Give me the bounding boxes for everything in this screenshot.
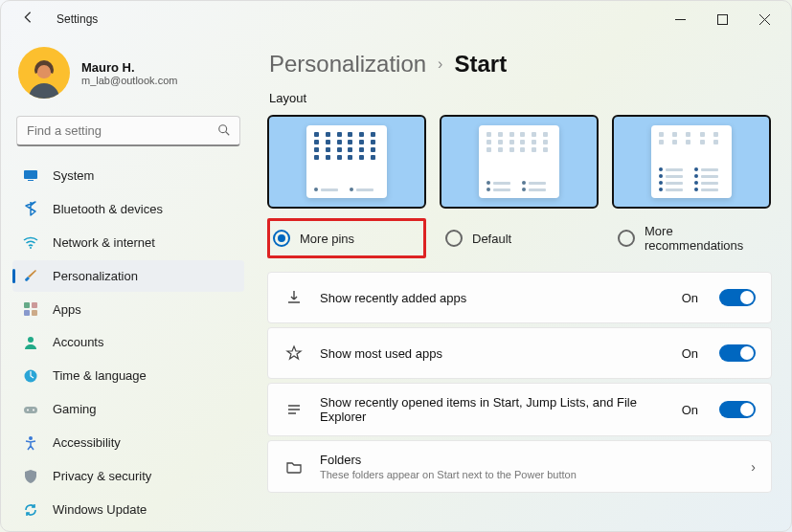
download-icon: [283, 289, 305, 306]
svg-point-1: [219, 125, 227, 133]
radio-icon: [445, 230, 463, 247]
svg-rect-2: [24, 170, 37, 179]
setting-subtitle: These folders appear on Start next to th…: [320, 469, 735, 480]
radio-label: More pins: [300, 232, 354, 246]
svg-point-12: [27, 409, 29, 410]
maximize-button[interactable]: [701, 5, 743, 33]
setting-recent-apps[interactable]: Show recently added apps On: [267, 272, 772, 323]
setting-title: Show most used apps: [320, 346, 667, 361]
svg-point-13: [33, 409, 34, 410]
nav-apps[interactable]: Apps: [12, 294, 244, 325]
svg-rect-0: [717, 14, 727, 24]
setting-recent-items[interactable]: Show recently opened items in Start, Jum…: [267, 383, 772, 436]
svg-rect-5: [24, 302, 30, 308]
radio-more-recs[interactable]: More recommendations: [612, 218, 771, 258]
window-title: Settings: [57, 12, 98, 26]
nav-label: Apps: [53, 302, 81, 317]
radio-label: More recommendations: [645, 224, 765, 253]
nav-system[interactable]: System: [12, 160, 244, 191]
setting-most-used[interactable]: Show most used apps On: [267, 327, 772, 379]
close-button[interactable]: [743, 5, 785, 33]
setting-title: Show recently added apps: [320, 291, 667, 305]
toggle-state: On: [682, 291, 698, 305]
person-icon: [22, 334, 39, 351]
nav-gaming[interactable]: Gaming: [12, 393, 244, 425]
preview-more-recs[interactable]: [612, 115, 771, 209]
toggle-switch[interactable]: [719, 344, 756, 362]
radio-icon: [273, 230, 290, 247]
sidebar: Mauro H. m_lab@outlook.com System Blueto…: [1, 37, 250, 531]
back-button[interactable]: [16, 11, 39, 28]
nav-bluetooth[interactable]: Bluetooth & devices: [12, 193, 244, 225]
svg-point-9: [28, 337, 34, 343]
accessibility-icon: [22, 434, 39, 452]
setting-folders[interactable]: Folders These folders appear on Start ne…: [267, 440, 772, 493]
toggle-switch[interactable]: [719, 401, 756, 418]
chevron-right-icon: ›: [438, 55, 442, 73]
profile[interactable]: Mauro H. m_lab@outlook.com: [12, 45, 244, 112]
apps-icon: [22, 300, 39, 318]
nav-time[interactable]: Time & language: [12, 360, 244, 391]
preview-more-pins[interactable]: [267, 115, 426, 209]
avatar: [18, 47, 70, 99]
nav-label: Privacy & security: [53, 469, 151, 483]
nav-accounts[interactable]: Accounts: [12, 327, 244, 359]
svg-point-14: [29, 436, 33, 440]
titlebar: Settings: [1, 1, 791, 37]
user-name: Mauro H.: [81, 60, 177, 75]
svg-rect-11: [24, 407, 37, 413]
chevron-right-icon: ›: [751, 459, 756, 475]
setting-title: Show recently opened items in Start, Jum…: [320, 395, 667, 424]
radio-default[interactable]: Default: [440, 218, 599, 258]
layout-previews: [267, 115, 772, 209]
minimize-button[interactable]: [659, 5, 701, 33]
breadcrumb-parent[interactable]: Personalization: [269, 51, 426, 78]
bluetooth-icon: [22, 200, 39, 217]
nav-label: Personalization: [53, 269, 138, 283]
radio-icon: [618, 230, 635, 247]
content: Personalization › Start Layout: [250, 37, 791, 531]
gamepad-icon: [22, 401, 39, 418]
svg-rect-7: [24, 310, 30, 316]
layout-options: More pins Default More recommendations: [267, 218, 772, 258]
nav-label: Bluetooth & devices: [53, 202, 163, 216]
system-icon: [22, 166, 39, 184]
wifi-icon: [22, 233, 39, 251]
svg-rect-3: [28, 180, 34, 181]
breadcrumb: Personalization › Start: [269, 51, 772, 78]
search-field[interactable]: [16, 116, 240, 146]
paintbrush-icon: [22, 267, 39, 284]
nav-network[interactable]: Network & internet: [12, 227, 244, 258]
user-email: m_lab@outlook.com: [81, 75, 177, 86]
search-input[interactable]: [16, 116, 240, 146]
folder-icon: [283, 458, 305, 476]
nav-privacy[interactable]: Privacy & security: [12, 460, 244, 492]
nav-label: Accounts: [53, 335, 103, 349]
star-icon: [283, 344, 305, 362]
nav-label: System: [53, 168, 94, 183]
nav: System Bluetooth & devices Network & int…: [12, 160, 244, 525]
nav-label: Gaming: [53, 402, 97, 416]
toggle-state: On: [682, 403, 698, 417]
nav-label: Network & internet: [53, 235, 155, 250]
preview-default[interactable]: [440, 115, 599, 209]
nav-accessibility[interactable]: Accessibility: [12, 427, 244, 458]
nav-label: Time & language: [53, 368, 147, 383]
breadcrumb-current: Start: [454, 51, 507, 78]
globe-clock-icon: [22, 367, 39, 385]
search-icon: [217, 123, 231, 140]
nav-personalization[interactable]: Personalization: [12, 260, 244, 292]
nav-update[interactable]: Windows Update: [12, 494, 244, 525]
toggle-state: On: [682, 346, 698, 361]
list-icon: [283, 401, 305, 418]
radio-label: Default: [472, 232, 511, 246]
shield-icon: [22, 468, 39, 485]
update-icon: [22, 501, 39, 519]
nav-label: Windows Update: [53, 502, 147, 517]
setting-title: Folders: [320, 453, 735, 467]
svg-rect-8: [32, 310, 37, 316]
nav-label: Accessibility: [53, 435, 121, 450]
radio-more-pins[interactable]: More pins: [267, 218, 426, 258]
section-label: Layout: [269, 91, 772, 105]
toggle-switch[interactable]: [719, 289, 756, 306]
